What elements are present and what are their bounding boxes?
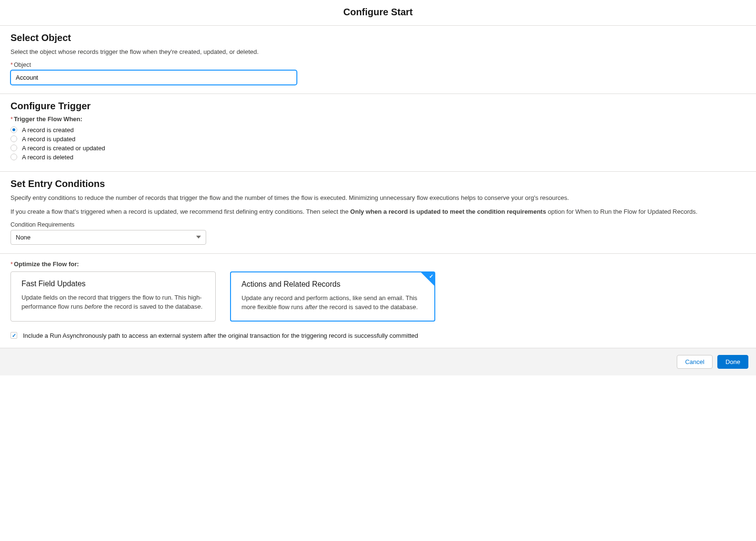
page-title: Configure Start (0, 0, 756, 25)
select-value: None (16, 234, 31, 241)
checkbox-label: Include a Run Asynchronously path to acc… (23, 332, 418, 339)
radio-icon (10, 126, 17, 133)
trigger-when-label: *Trigger the Flow When: (10, 115, 746, 123)
configure-trigger-title: Configure Trigger (10, 101, 746, 112)
radio-label: A record is updated (22, 135, 75, 143)
select-object-title: Select Object (10, 32, 746, 43)
radio-label: A record is deleted (22, 154, 74, 161)
select-object-section: Select Object Select the object whose re… (0, 26, 756, 94)
radio-label: A record is created (22, 126, 74, 134)
radio-option-deleted[interactable]: A record is deleted (10, 154, 746, 161)
radio-icon (10, 135, 17, 142)
required-asterisk: * (10, 261, 13, 268)
radio-label: A record is created or updated (22, 145, 105, 152)
card-title: Fast Field Updates (21, 280, 205, 288)
required-asterisk: * (10, 62, 13, 68)
card-title: Actions and Related Records (242, 280, 424, 289)
footer: Cancel Done (0, 348, 756, 375)
checkbox-icon (10, 332, 17, 339)
card-description: Update fields on the record that trigger… (21, 293, 205, 312)
optimize-label: *Optimize the Flow for: (10, 260, 746, 268)
entry-conditions-section: Set Entry Conditions Specify entry condi… (0, 172, 756, 253)
radio-option-updated[interactable]: A record is updated (10, 135, 746, 143)
condition-requirements-select[interactable]: None (10, 230, 206, 245)
check-icon: ✓ (429, 273, 433, 280)
done-button[interactable]: Done (717, 355, 748, 369)
cancel-button[interactable]: Cancel (677, 355, 712, 369)
entry-conditions-description: Specify entry conditions to reduce the n… (10, 193, 746, 217)
radio-option-created[interactable]: A record is created (10, 126, 746, 134)
card-actions-related-records[interactable]: ✓ Actions and Related Records Update any… (230, 271, 435, 322)
configure-trigger-section: Configure Trigger *Trigger the Flow When… (0, 94, 756, 171)
optimize-section: *Optimize the Flow for: Fast Field Updat… (0, 254, 756, 348)
chevron-down-icon (196, 236, 201, 239)
condition-requirements-label: Condition Requirements (10, 221, 746, 228)
trigger-radio-group: A record is created A record is updated … (10, 126, 746, 161)
radio-option-created-or-updated[interactable]: A record is created or updated (10, 145, 746, 152)
object-input[interactable] (10, 70, 297, 85)
select-object-description: Select the object whose records trigger … (10, 47, 746, 57)
card-fast-field-updates[interactable]: Fast Field Updates Update fields on the … (10, 271, 216, 322)
radio-icon (10, 145, 17, 151)
radio-icon (10, 154, 17, 160)
object-field-label: *Object (10, 62, 746, 68)
async-checkbox-row[interactable]: Include a Run Asynchronously path to acc… (10, 332, 746, 339)
entry-conditions-title: Set Entry Conditions (10, 178, 746, 189)
optimize-cards: Fast Field Updates Update fields on the … (10, 271, 746, 322)
card-description: Update any record and perform actions, l… (242, 293, 424, 312)
required-asterisk: * (10, 116, 13, 123)
